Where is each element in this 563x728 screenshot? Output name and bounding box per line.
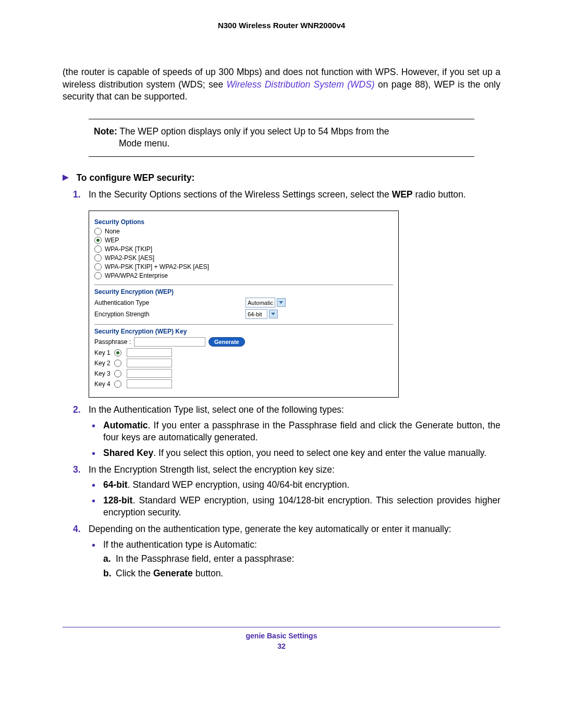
key3-input[interactable] (127, 369, 172, 378)
key4-input[interactable] (127, 379, 172, 388)
procedure-header: To configure WEP security: (63, 172, 500, 183)
radio-label: WEP (105, 237, 119, 244)
step-2: 2. In the Authentication Type list, sele… (63, 404, 500, 416)
step1-text-c: radio button. (413, 189, 466, 200)
page-header-title: N300 Wireless Router WNR2000v4 (63, 21, 500, 30)
key1-row: Key 1 (94, 348, 393, 357)
key2-input[interactable] (127, 359, 172, 367)
chevron-down-icon[interactable] (269, 310, 278, 318)
passphrase-row: Passphrase : Generate (94, 337, 393, 347)
key2-label: Key 2 (94, 360, 114, 367)
key1-label: Key 1 (94, 349, 114, 356)
note-text: The WEP option displays only if you sele… (117, 126, 389, 137)
chevron-down-icon[interactable] (277, 298, 286, 307)
key3-row: Key 3 (94, 369, 393, 378)
letter-marker: b. (103, 567, 112, 580)
step-number: 3. (73, 464, 81, 476)
bullet-icon: • (92, 496, 95, 506)
auth-type-select[interactable]: Automatic (246, 298, 275, 307)
note-block: Note: The WEP option displays only if yo… (89, 119, 474, 157)
key2-row: Key 2 (94, 359, 393, 367)
bullet-bold: 64-bit (103, 479, 128, 490)
bullet-icon: • (92, 480, 95, 490)
step4-sub-b: b. Click the Generate button. (63, 567, 500, 580)
radio-icon[interactable] (114, 370, 121, 377)
separator (94, 324, 393, 325)
generate-button[interactable]: Generate (209, 337, 245, 347)
step3-bullet-128: • 128-bit. Standard WEP encryption, usin… (63, 495, 500, 519)
step3-bullet-64: • 64-bit. Standard WEP encryption, using… (63, 479, 500, 491)
bullet-text: . If you select this option, you need to… (153, 448, 486, 458)
strength-select[interactable]: 64-bit (246, 309, 267, 319)
radio-label: WPA-PSK [TKIP] (105, 245, 152, 253)
step-number: 2. (73, 404, 81, 416)
radio-wpa-mix[interactable]: WPA-PSK [TKIP] + WPA2-PSK [AES] (94, 263, 393, 270)
radio-wep[interactable]: WEP (94, 237, 393, 244)
auth-type-row: Authentication Type Automatic (94, 298, 393, 307)
radio-wpa2-aes[interactable]: WPA2-PSK [AES] (94, 254, 393, 262)
radio-icon (94, 245, 102, 253)
radio-icon (94, 272, 102, 279)
bullet-bold: 128-bit (103, 495, 132, 505)
radio-enterprise[interactable]: WPA/WPA2 Enterprise (94, 272, 393, 279)
radio-icon[interactable] (114, 360, 121, 367)
procedure-title: To configure WEP security: (76, 172, 194, 183)
intro-paragraph: (the router is capable of speeds of up 3… (63, 66, 500, 103)
procedure-arrow-icon (63, 175, 69, 181)
bullet-text: . Standard WEP encryption, using 104/128… (103, 495, 500, 518)
key4-row: Key 4 (94, 379, 393, 388)
radio-label: WPA2-PSK [AES] (105, 254, 154, 262)
bullet-text: . Standard WEP encryption, using 40/64-b… (128, 479, 350, 490)
security-options-title: Security Options (94, 218, 393, 226)
step2-text: In the Authentication Type list, select … (89, 404, 344, 415)
radio-icon (94, 263, 102, 270)
step-1: 1. In the Security Options sections of t… (63, 189, 500, 201)
radio-label: WPA/WPA2 Enterprise (105, 272, 168, 279)
note-line: Note: The WEP option displays only if yo… (94, 126, 469, 138)
bullet-icon: • (92, 540, 95, 550)
step2-bullet-automatic: • Automatic. If you enter a passphrase i… (63, 419, 500, 444)
radio-icon-selected[interactable] (114, 349, 121, 356)
page-footer: genie Basic Settings 32 (63, 627, 500, 650)
security-options-panel: Security Options None WEP WPA-PSK [TKIP]… (89, 211, 399, 398)
footer-section: genie Basic Settings (63, 632, 500, 640)
step2-bullet-sharedkey: • Shared Key. If you select this option,… (63, 447, 500, 460)
encryption-title: Security Encryption (WEP) (94, 288, 393, 295)
radio-none[interactable]: None (94, 228, 393, 235)
sub-b-post: button. (193, 568, 223, 578)
step3-text: In the Encryption Strength list, select … (89, 464, 335, 475)
key1-input[interactable] (127, 348, 172, 357)
bullet-bold: Automatic (103, 420, 148, 430)
bullet-icon: • (92, 448, 95, 459)
radio-label: WPA-PSK [TKIP] + WPA2-PSK [AES] (105, 263, 209, 270)
passphrase-input[interactable] (134, 337, 205, 347)
key3-label: Key 3 (94, 370, 114, 377)
footer-page-number: 32 (63, 642, 500, 650)
document-page: N300 Wireless Router WNR2000v4 (the rout… (0, 0, 563, 671)
step4-bullet-automatic: • If the authentication type is Automati… (63, 539, 500, 551)
step1-wep: WEP (392, 189, 413, 200)
radio-wpa-tkip[interactable]: WPA-PSK [TKIP] (94, 245, 393, 253)
radio-label: None (105, 228, 120, 235)
sub-b-pre: Click the (116, 568, 153, 578)
bullet-text: If the authentication type is Automatic: (103, 539, 257, 550)
bullet-text: . If you enter a passphrase in the Passp… (103, 420, 500, 443)
letter-marker: a. (103, 553, 111, 565)
radio-icon (94, 228, 102, 235)
step-4: 4. Depending on the authentication type,… (63, 523, 500, 536)
strength-row: Encryption Strength 64-bit (94, 309, 393, 319)
sub-a-text: In the Passphrase field, enter a passphr… (116, 553, 294, 564)
note-label: Note: (94, 126, 117, 137)
step-3: 3. In the Encryption Strength list, sele… (63, 464, 500, 476)
step-number: 1. (73, 189, 81, 201)
sub-b-bold: Generate (153, 568, 193, 578)
bullet-icon: • (92, 421, 95, 431)
radio-icon[interactable] (114, 380, 121, 388)
key-title: Security Encryption (WEP) Key (94, 328, 393, 335)
step4-text: Depending on the authentication type, ge… (89, 524, 451, 534)
wds-link[interactable]: Wireless Distribution System (WDS) (227, 79, 375, 90)
step4-sub-a: a. In the Passphrase field, enter a pass… (63, 553, 500, 565)
passphrase-label: Passphrase : (94, 338, 131, 346)
auth-type-label: Authentication Type (94, 299, 246, 306)
radio-icon (94, 254, 102, 262)
